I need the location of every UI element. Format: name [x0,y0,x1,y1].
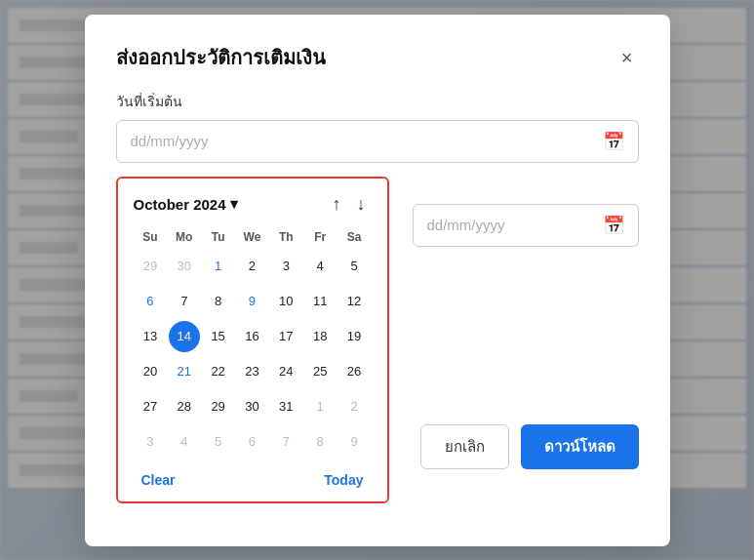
calendar-day[interactable]: 4 [304,251,336,282]
month-text: October 2024 [134,196,226,213]
calendar-day[interactable]: 25 [304,356,336,387]
modal-actions: ยกเลิก ดาวน์โหลด [413,424,639,469]
calendar-day[interactable]: 8 [304,426,336,458]
calendar-day[interactable]: 6 [135,286,166,317]
today-button[interactable]: Today [316,468,371,492]
day-header: Mo [167,226,201,248]
calendar-day[interactable]: 23 [236,356,267,387]
calendar-day[interactable]: 9 [338,426,370,458]
calendar-day[interactable]: 31 [270,391,301,422]
calendar-header: October 2024 ▾ ↑ ↓ [134,192,372,217]
calendar-icon[interactable]: 📅 [603,131,624,152]
day-header: We [235,226,269,248]
calendar-day[interactable]: 3 [270,251,301,282]
calendar-day[interactable]: 16 [236,321,267,352]
calendar-day[interactable]: 10 [270,286,301,317]
end-date-placeholder: dd/mm/yyyy [427,217,505,233]
calendar-day[interactable]: 5 [338,251,370,282]
calendar-day[interactable]: 29 [135,251,166,282]
modal-body: October 2024 ▾ ↑ ↓ SuMoTuWeThFrSa2930123… [116,177,639,523]
calendar-next-button[interactable]: ↓ [351,192,372,217]
calendar-day[interactable]: 9 [236,286,267,317]
calendar-day[interactable]: 17 [270,321,301,352]
calendar-day[interactable]: 7 [169,286,200,317]
start-date-label: วันที่เริ่มต้น [116,91,639,112]
close-button[interactable]: × [615,46,639,69]
calendar-prev-button[interactable]: ↑ [327,192,347,217]
date-input-placeholder: dd/mm/yyyy [131,133,209,149]
calendar-day[interactable]: 30 [169,251,200,282]
calendar-day[interactable]: 1 [304,391,336,422]
day-header: Tu [201,226,235,248]
calendar-day[interactable]: 11 [304,286,336,317]
calendar-day[interactable]: 7 [270,426,301,458]
modal-overlay: ส่งออกประวัติการเติมเงิน × วันที่เริ่มต้… [0,0,754,560]
month-chevron-icon: ▾ [230,195,238,213]
calendar-day[interactable]: 6 [236,426,267,458]
day-header: Su [134,226,168,248]
day-header: Fr [303,226,337,248]
date-input-wrapper[interactable]: dd/mm/yyyy 📅 [116,120,639,163]
day-header: Sa [337,226,372,248]
modal-dialog: ส่งออกประวัติการเติมเงิน × วันที่เริ่มต้… [85,15,670,546]
calendar-footer: Clear Today [134,468,372,492]
calendar-day[interactable]: 4 [169,426,200,458]
calendar-navigation: ↑ ↓ [327,192,372,217]
cancel-button[interactable]: ยกเลิก [420,424,509,469]
calendar-day[interactable]: 21 [169,356,200,387]
calendar-day[interactable]: 19 [338,321,370,352]
end-calendar-icon[interactable]: 📅 [603,215,624,236]
calendar-section: October 2024 ▾ ↑ ↓ SuMoTuWeThFrSa2930123… [116,177,389,523]
calendar-day[interactable]: 15 [203,321,234,352]
calendar-day[interactable]: 28 [169,391,200,422]
calendar-day[interactable]: 13 [135,321,166,352]
calendar-day[interactable]: 27 [135,391,166,422]
calendar-day[interactable]: 24 [270,356,301,387]
calendar-day[interactable]: 5 [203,426,234,458]
calendar-month-label[interactable]: October 2024 ▾ [134,195,238,213]
calendar-day[interactable]: 2 [236,251,267,282]
calendar-day[interactable]: 26 [338,356,370,387]
calendar-day[interactable]: 14 [169,321,200,352]
calendar-day[interactable]: 18 [304,321,336,352]
end-date-input-wrapper[interactable]: dd/mm/yyyy 📅 [413,204,639,247]
calendar-day[interactable]: 30 [236,391,267,422]
modal-right-panel: dd/mm/yyyy 📅 ยกเลิก ดาวน์โหลด [413,177,639,469]
calendar-day[interactable]: 8 [203,286,234,317]
calendar-day[interactable]: 12 [338,286,370,317]
day-header: Th [269,226,303,248]
download-button[interactable]: ดาวน์โหลด [521,424,639,469]
calendar-day[interactable]: 3 [135,426,166,458]
modal-header: ส่งออกประวัติการเติมเงิน × [116,42,639,73]
calendar-day[interactable]: 20 [135,356,166,387]
calendar-grid: SuMoTuWeThFrSa29301234567891011121314151… [134,226,372,459]
calendar-popup: October 2024 ▾ ↑ ↓ SuMoTuWeThFrSa2930123… [116,177,389,503]
clear-button[interactable]: Clear [134,468,183,492]
calendar-day[interactable]: 1 [203,251,234,282]
calendar-day[interactable]: 2 [338,391,370,422]
calendar-day[interactable]: 29 [203,391,234,422]
calendar-day[interactable]: 22 [203,356,234,387]
modal-title: ส่งออกประวัติการเติมเงิน [116,42,326,73]
